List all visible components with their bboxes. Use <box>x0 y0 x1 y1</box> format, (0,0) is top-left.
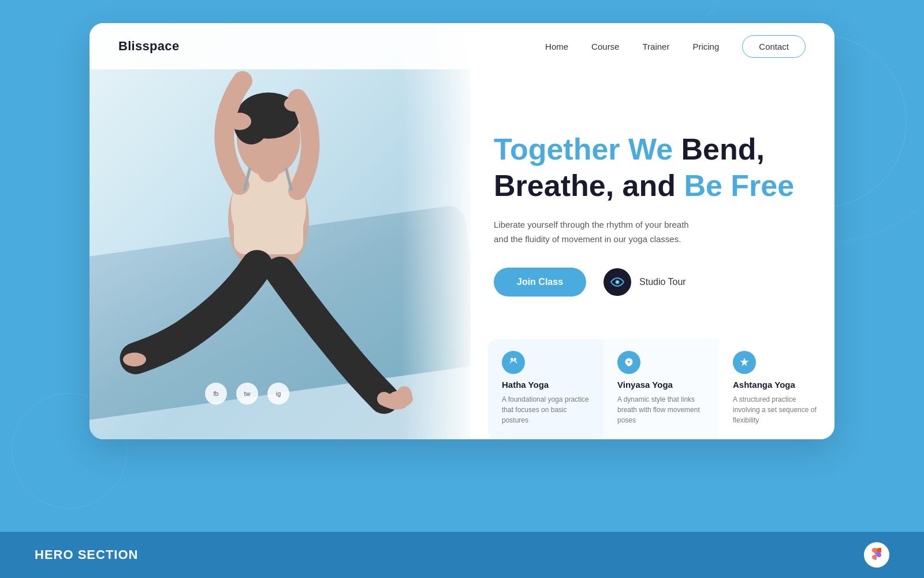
headline-blue1: Together We <box>494 132 681 166</box>
svg-point-15 <box>511 358 513 361</box>
svg-point-5 <box>237 92 300 139</box>
svg-point-6 <box>234 104 269 144</box>
studio-tour-icon <box>603 268 631 296</box>
vinyasa-svg <box>623 356 635 369</box>
contact-button[interactable]: Contact <box>742 35 806 58</box>
ashtanga-svg <box>738 356 751 369</box>
svg-line-11 <box>244 168 250 191</box>
svg-rect-3 <box>258 150 279 182</box>
social-instagram[interactable]: ig <box>267 383 289 405</box>
hero-subtext: Liberate yourself through the rhythm of … <box>494 217 702 247</box>
headline-dark1: Bend, <box>681 132 765 166</box>
navbar: Blisspace Home Course Trainer Pricing Co… <box>90 23 834 69</box>
svg-point-17 <box>628 361 630 363</box>
eye-icon <box>610 275 624 289</box>
hatha-title: Hatha Yoga <box>502 380 590 390</box>
svg-point-8 <box>284 97 305 112</box>
nav-links: Home Course Trainer Pricing Contact <box>545 35 806 58</box>
svg-point-7 <box>228 113 251 130</box>
figma-svg <box>870 548 884 562</box>
ashtanga-icon <box>733 351 756 374</box>
studio-tour-label: Studio Tour <box>639 277 686 287</box>
vinyasa-title: Vinyasa Yoga <box>617 380 705 390</box>
main-card: Blisspace Home Course Trainer Pricing Co… <box>90 23 834 439</box>
yoga-card-hatha: Hatha Yoga A foundational yoga practice … <box>488 339 603 439</box>
yoga-card-vinyasa: Vinyasa Yoga A dynamic style that links … <box>603 339 719 439</box>
figma-icon <box>864 542 889 568</box>
social-twitter[interactable]: tw <box>236 383 258 405</box>
hero-headline: Together We Bend, Breathe, and Be Free <box>494 131 800 203</box>
svg-point-14 <box>617 281 619 283</box>
nav-trainer[interactable]: Trainer <box>642 42 669 51</box>
outer-background: Blisspace Home Course Trainer Pricing Co… <box>0 0 924 578</box>
svg-point-4 <box>237 101 300 176</box>
ashtanga-desc: A structured practice involving a set se… <box>733 394 821 425</box>
vinyasa-desc: A dynamic style that links breath with f… <box>617 394 705 425</box>
hatha-icon <box>502 351 525 374</box>
hero-buttons: Join Class Studio Tour <box>494 268 800 297</box>
studio-tour-button[interactable]: Studio Tour <box>603 268 686 296</box>
hero-gradient-overlay <box>401 23 471 439</box>
social-facebook[interactable]: fb <box>205 383 227 405</box>
brand-logo: Blisspace <box>118 39 179 54</box>
nav-home[interactable]: Home <box>545 42 568 51</box>
ashtanga-title: Ashtanga Yoga <box>733 380 821 390</box>
hatha-svg <box>507 356 520 369</box>
vinyasa-icon <box>617 351 640 374</box>
nav-pricing[interactable]: Pricing <box>692 42 719 51</box>
join-class-button[interactable]: Join Class <box>494 268 586 297</box>
hero-image-area <box>90 23 471 439</box>
hatha-desc: A foundational yoga practice that focuse… <box>502 394 590 425</box>
bottom-bar: HERO SECTION <box>0 532 924 578</box>
yoga-cards: Hatha Yoga A foundational yoga practice … <box>488 339 834 439</box>
svg-line-12 <box>286 168 292 191</box>
svg-point-16 <box>513 358 516 361</box>
yoga-card-ashtanga: Ashtanga Yoga A structured practice invo… <box>719 339 834 439</box>
headline-dark2: Breathe, and <box>494 169 684 202</box>
headline-blue2: Be Free <box>684 169 794 202</box>
nav-course[interactable]: Course <box>591 42 619 51</box>
social-links: fb tw ig <box>205 383 289 405</box>
bottom-label: HERO SECTION <box>35 547 138 562</box>
